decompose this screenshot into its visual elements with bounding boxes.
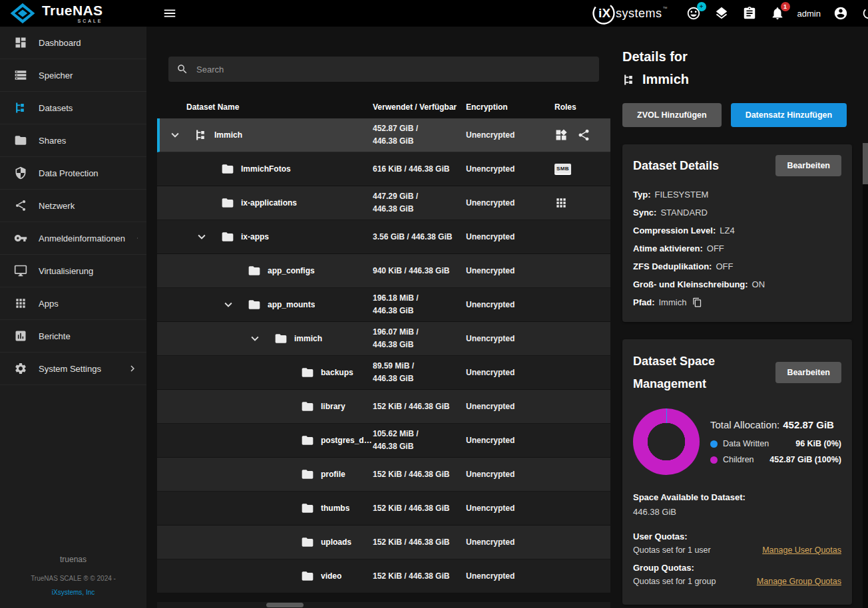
dataset-name-cell: video — [157, 569, 373, 583]
sidebar-item-dashboard[interactable]: Dashboard — [0, 27, 146, 59]
ix-arc-icon — [591, 1, 616, 26]
sidebar-item-virtualisierung[interactable]: Virtualisierung — [0, 255, 146, 287]
search-icon — [176, 63, 188, 75]
dataset-name: app_mounts — [268, 300, 315, 309]
sidebar-item-datasets[interactable]: Datasets — [0, 92, 146, 124]
details-actions: ZVOL Hinzufügen Datensatz Hinzufügen — [622, 103, 852, 127]
sidebar-item-speicher[interactable]: Speicher — [0, 59, 146, 92]
dataset-icon — [194, 128, 208, 142]
search-bar — [168, 57, 599, 82]
chevron-down-icon[interactable] — [248, 331, 274, 346]
column-header-roles[interactable]: Roles — [554, 102, 610, 112]
dataset-name-cell: library — [157, 399, 373, 414]
column-header-used-available[interactable]: Verwendet / Verfügbar — [373, 102, 466, 112]
sidebar-item-berichte[interactable]: Berichte — [0, 320, 146, 353]
table-row-app-mounts[interactable]: app_mounts 196.18 MiB / 446.38 GiB Unenc… — [157, 288, 610, 322]
horizontal-scrollbar-thumb[interactable] — [266, 603, 304, 607]
main-content: Dataset Name Verwendet / Verfügbar Encry… — [146, 27, 610, 608]
sidebar-item-shares[interactable]: Shares — [0, 124, 146, 157]
encryption-cell: Unencrypted — [466, 436, 554, 445]
field-zfs-deduplikation: ZFS Deduplikation: OFF — [633, 257, 841, 275]
add-dataset-button[interactable]: Datensatz Hinzufügen — [731, 103, 847, 127]
user-quotas-text: Quotas set for 1 user — [633, 545, 711, 555]
dataset-name: immich — [294, 334, 322, 343]
quotas-block: User Quotas: Quotas set for 1 user Manag… — [633, 532, 841, 586]
used-available-cell: 152 KiB / 446.38 GiB — [373, 536, 466, 549]
sidebar-item-system-settings[interactable]: System Settings — [0, 353, 146, 385]
roles-cell — [554, 128, 610, 142]
sidebar-item-apps[interactable]: Apps — [0, 287, 146, 320]
chevron-down-icon[interactable] — [168, 128, 194, 142]
search-input[interactable] — [168, 57, 599, 82]
dataset-name-cell: immich — [157, 331, 373, 346]
total-allocation-label: Total Allocation: — [710, 419, 779, 430]
vertical-scrollbar-thumb[interactable] — [863, 143, 868, 184]
table-row-immich[interactable]: immich 196.07 MiB / 446.38 GiB Unencrypt… — [157, 322, 610, 356]
vertical-scrollbar[interactable] — [863, 143, 868, 608]
table-row-immich[interactable]: Immich 452.87 GiB / 446.38 GiB Unencrypt… — [157, 118, 610, 152]
share-icon — [577, 128, 590, 142]
sidebar-item-data-protection[interactable]: Data Protection — [0, 157, 146, 190]
details-panel: Details for Immich ZVOL Hinzufügen Daten… — [610, 27, 868, 608]
copy-icon[interactable] — [692, 297, 702, 307]
legend-dot — [710, 456, 718, 464]
notifications-button[interactable]: 1 — [769, 5, 786, 22]
notification-badge: 1 — [781, 2, 790, 11]
checklist-button[interactable] — [741, 5, 758, 22]
menu-button[interactable] — [161, 5, 178, 22]
manage-group-quotas-link[interactable]: Manage Group Quotas — [757, 577, 841, 586]
dataset-name: backups — [321, 368, 353, 377]
encryption-cell: Unencrypted — [466, 164, 554, 174]
shares-icon — [14, 134, 27, 147]
feedback-button[interactable]: + — [685, 5, 702, 22]
table-row-postgres-data[interactable]: postgres_data 105.62 MiB / 446.38 GiB Un… — [157, 424, 610, 458]
column-header-encryption[interactable]: Encryption — [466, 102, 554, 112]
table-row-profile[interactable]: profile 152 KiB / 446.38 GiB Unencrypted — [157, 458, 610, 492]
sidebar-item-label: Netzwerk — [39, 201, 138, 211]
edit-space-management-button[interactable]: Bearbeiten — [775, 362, 841, 383]
account-button[interactable] — [832, 5, 849, 22]
sidebar-item-netzwerk[interactable]: Netzwerk — [0, 190, 146, 222]
used-available-cell: 3.56 GiB / 446.38 GiB — [373, 231, 466, 243]
dataset-name-cell: postgres_data — [157, 433, 373, 448]
jobs-button[interactable] — [713, 5, 730, 22]
table-row-thumbs[interactable]: thumbs 152 KiB / 446.38 GiB Unencrypted — [157, 492, 610, 526]
column-header-dataset-name[interactable]: Dataset Name — [157, 102, 373, 112]
table-row-ix-applications[interactable]: ix-applications 447.29 GiB / 446.38 GiB … — [157, 186, 610, 220]
indent-spacer — [274, 399, 301, 414]
sidebar-item-anmeldeinformationen[interactable]: Anmeldeinformationen — [0, 222, 146, 255]
dataset-name: uploads — [321, 537, 351, 547]
space-donut-chart — [633, 408, 700, 475]
folder-icon — [301, 502, 314, 515]
table-row-video[interactable]: video 152 KiB / 446.38 GiB Unencrypted — [157, 559, 610, 593]
table-row-uploads[interactable]: uploads 152 KiB / 446.38 GiB Unencrypted — [157, 526, 610, 559]
edit-dataset-details-button[interactable]: Bearbeiten — [775, 155, 841, 176]
clipboard-icon — [742, 6, 757, 21]
encryption-cell: Unencrypted — [466, 571, 554, 581]
indent-spacer — [274, 535, 301, 549]
table-row-backups[interactable]: backups 89.59 MiB / 446.38 GiB Unencrypt… — [157, 356, 610, 390]
dataset-name: ix-applications — [241, 198, 297, 208]
table-row-library[interactable]: library 152 KiB / 446.38 GiB Unencrypted — [157, 390, 610, 424]
apps-icon — [554, 196, 568, 210]
table-row-app-configs[interactable]: app_configs 940 KiB / 446.38 GiB Unencry… — [157, 254, 610, 288]
table-row-immichfotos[interactable]: ImmichFotos 616 KiB / 446.38 GiB Unencry… — [157, 152, 610, 186]
add-zvol-button[interactable]: ZVOL Hinzufügen — [622, 103, 722, 127]
encryption-cell: Unencrypted — [466, 232, 554, 241]
field-compression-level: Compression Level: LZ4 — [633, 222, 841, 239]
folder-icon — [301, 535, 314, 549]
chevron-down-icon[interactable] — [194, 229, 221, 244]
topbar-icons: + 1 admin — [685, 5, 868, 22]
sidebar-item-label: Dashboard — [39, 38, 138, 48]
truenas-logo[interactable]: TrueNAS SCALE — [0, 3, 146, 24]
used-available-cell: 152 KiB / 446.38 GiB — [373, 502, 466, 515]
company-link[interactable]: iXsystems, Inc — [52, 589, 95, 596]
manage-user-quotas-link[interactable]: Manage User Quotas — [762, 545, 841, 555]
horizontal-scrollbar[interactable] — [157, 602, 610, 608]
power-button[interactable] — [860, 5, 868, 22]
space-legend: Data Written 96 KiB (0%) Children 452.87… — [710, 439, 841, 464]
folder-icon — [248, 264, 261, 277]
used-available-cell: 152 KiB / 446.38 GiB — [373, 400, 466, 413]
chevron-down-icon[interactable] — [221, 297, 248, 312]
table-row-ix-apps[interactable]: ix-apps 3.56 GiB / 446.38 GiB Unencrypte… — [157, 220, 610, 254]
